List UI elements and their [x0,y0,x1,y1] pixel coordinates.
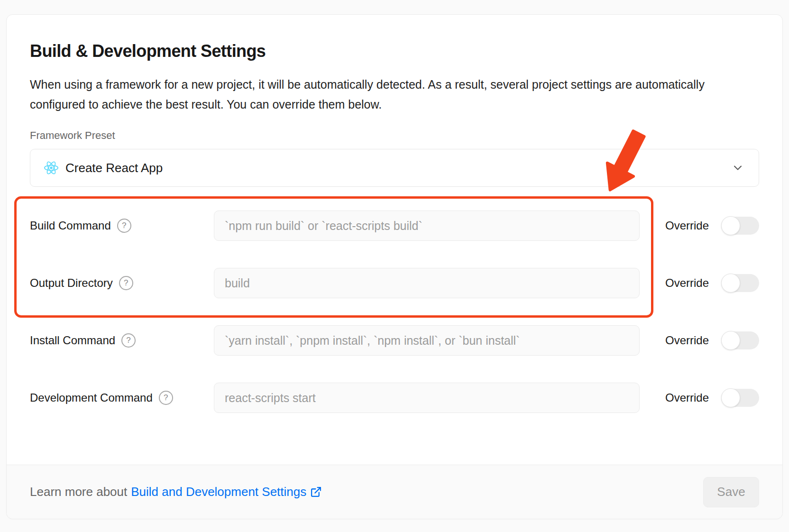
build-command-override-toggle[interactable] [721,217,759,235]
development-command-row: Development Command ? Override [30,383,759,413]
build-command-help-icon[interactable]: ? [117,219,131,233]
development-command-label-group: Development Command ? [30,391,214,405]
install-command-override-label: Override [665,334,709,347]
framework-selected-value: Create React App [65,161,163,175]
learn-more-prefix: Learn more about [30,485,127,499]
learn-more-link-text: Build and Development Settings [131,485,306,499]
output-directory-label-group: Output Directory ? [30,276,214,290]
page-background: { "card": { "title": "Build & Developmen… [0,0,789,532]
output-directory-label: Output Directory [30,276,113,290]
install-command-label: Install Command [30,334,115,347]
toggle-knob [721,331,740,350]
development-command-input[interactable] [214,383,640,413]
install-command-input[interactable] [214,325,640,356]
framework-preset-label: Framework Preset [30,129,759,142]
learn-more-text: Learn more about Build and Development S… [30,485,322,499]
toggle-knob [721,388,740,407]
card-footer: Learn more about Build and Development S… [7,465,782,519]
section-description: When using a framework for a new project… [30,74,759,114]
save-button[interactable]: Save [703,477,759,507]
build-settings-card: Build & Development Settings When using … [6,14,783,519]
build-command-label-group: Build Command ? [30,219,214,233]
install-command-help-icon[interactable]: ? [121,333,136,348]
install-command-label-group: Install Command ? [30,333,214,348]
output-directory-input[interactable] [214,268,640,298]
development-command-help-icon[interactable]: ? [159,391,173,405]
external-link-icon [310,486,322,498]
build-command-row: Build Command ? Override [30,211,759,241]
toggle-knob [721,216,740,235]
framework-preset-select[interactable]: Create React App [30,149,759,187]
output-directory-row: Output Directory ? Override [30,268,759,298]
install-command-row: Install Command ? Override [30,325,759,356]
development-command-label: Development Command [30,391,153,404]
output-directory-override-toggle[interactable] [721,274,759,292]
development-command-override-label: Override [665,391,709,404]
development-command-override-toggle[interactable] [721,389,759,407]
output-directory-override-label: Override [665,276,709,290]
install-command-override-toggle[interactable] [721,331,759,349]
page-title: Build & Development Settings [30,41,759,61]
react-logo-icon [44,160,59,175]
toggle-knob [721,274,740,293]
build-settings-docs-link[interactable]: Build and Development Settings [131,485,322,499]
build-command-label: Build Command [30,219,111,232]
build-command-override-label: Override [665,219,709,232]
build-command-input[interactable] [214,211,640,241]
output-directory-help-icon[interactable]: ? [119,276,133,290]
chevron-down-icon [731,161,744,174]
